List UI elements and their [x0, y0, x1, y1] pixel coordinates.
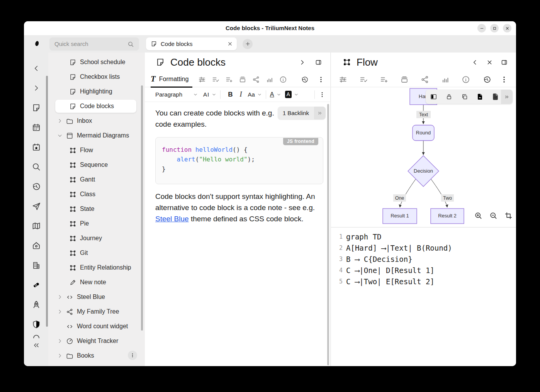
tab-inherited-attributes[interactable] [225, 76, 233, 83]
tab-note-map[interactable] [441, 75, 450, 84]
recent-changes-button[interactable] [30, 182, 43, 192]
search-input[interactable] [49, 37, 139, 51]
tree-scrollbar[interactable] [141, 85, 143, 331]
chevron-right-icon[interactable] [57, 294, 63, 300]
close-pane-button[interactable] [484, 56, 495, 68]
inbox-send-button[interactable] [30, 201, 43, 211]
rocket-button[interactable] [30, 300, 43, 310]
tree-item-statistics[interactable]: Statistics [48, 363, 145, 366]
tree-item-gantt[interactable]: Gantt [48, 172, 145, 187]
tab-basic-properties[interactable] [339, 75, 347, 84]
tab-close-icon[interactable] [227, 41, 233, 47]
tab-owned-attributes[interactable] [212, 76, 219, 83]
background-color-dropdown[interactable]: A [285, 91, 299, 98]
tree-item-weight-tracker[interactable]: Weight Tracker [48, 334, 145, 348]
tab-note-map[interactable] [266, 76, 273, 83]
export-image-button[interactable] [472, 90, 487, 104]
tree-item-journey[interactable]: Journey [48, 231, 145, 246]
tree-item-class[interactable]: Class [48, 187, 145, 202]
mermaid-diagram[interactable]: Text One Two Hard Round [331, 87, 516, 227]
map-button[interactable] [30, 221, 43, 231]
tab-note-paths[interactable] [252, 76, 260, 83]
toolbar-more-button[interactable] [501, 90, 513, 104]
new-note-button[interactable] [30, 103, 43, 113]
export-png-button[interactable]: PNG [487, 90, 503, 104]
new-tab-button[interactable] [243, 39, 253, 49]
tree-item-pie[interactable]: Pie [48, 216, 145, 231]
tab-code-blocks[interactable]: Code blocks [146, 37, 237, 50]
tree-item-git[interactable]: Git [48, 246, 145, 260]
tab-basic-properties[interactable] [198, 76, 206, 83]
search-button[interactable] [30, 162, 43, 172]
shield-button[interactable] [30, 319, 43, 329]
home-button[interactable] [30, 241, 43, 251]
bold-button[interactable]: B [228, 91, 233, 98]
trilium-logo[interactable] [30, 39, 43, 54]
note-title[interactable]: Flow [357, 56, 469, 68]
chevron-right-icon[interactable] [57, 309, 63, 314]
note-title[interactable]: Code blocks [170, 56, 296, 68]
tree-item-checkbox-lists[interactable]: Checkbox lists [48, 70, 145, 84]
tree-item-school-schedule[interactable]: School schedule [48, 55, 145, 70]
minimize-button[interactable] [477, 24, 486, 32]
calendar-button[interactable] [30, 122, 43, 132]
close-button[interactable] [503, 24, 511, 32]
expand-pane-button[interactable] [296, 56, 308, 68]
tree-item-flow[interactable]: Flow [48, 143, 145, 158]
split-pane-button[interactable] [312, 56, 324, 68]
zoom-out-button[interactable] [489, 211, 498, 220]
toolbar-more-button[interactable] [319, 91, 326, 98]
note-actions-button[interactable] [317, 76, 325, 83]
font-color-dropdown[interactable]: A [270, 91, 281, 98]
mermaid-source-editor[interactable]: 1graph TD 2A[Hard] ⟶|Text| B(Round) 3B ⟶… [331, 227, 516, 366]
clipped-launcher-button[interactable] [30, 334, 43, 340]
calendar-star-button[interactable] [30, 142, 43, 152]
toggle-editor-button[interactable] [426, 90, 441, 104]
chevron-down-icon[interactable] [57, 133, 63, 138]
tree-item-code-blocks[interactable]: Code blocks [55, 100, 136, 113]
note-revisions-button[interactable] [483, 75, 491, 84]
history-back-button[interactable] [30, 63, 43, 73]
font-size-dropdown[interactable]: AI [203, 91, 216, 98]
note-actions-button[interactable] [500, 75, 508, 84]
text-case-dropdown[interactable]: Aa [248, 91, 262, 98]
tab-note-info[interactable] [462, 75, 470, 84]
lock-button[interactable] [441, 90, 457, 104]
backlink-button[interactable]: 1 Backlink [278, 107, 326, 119]
collapse-launcher-button[interactable] [30, 340, 43, 350]
building-button[interactable] [30, 260, 43, 270]
tree-item-word-count-widget[interactable]: Word count widget [48, 319, 145, 334]
reset-zoom-button[interactable] [504, 211, 513, 220]
paragraph-style-dropdown[interactable]: Paragraph [155, 91, 198, 98]
tree-item-sequence[interactable]: Sequence [48, 158, 145, 172]
tree-item-my-family-tree[interactable]: My Family Tree [48, 304, 145, 319]
backlink-expand[interactable] [314, 107, 326, 119]
tree-item-new-note[interactable]: New note [48, 275, 145, 290]
tree-item-steel-blue[interactable]: Steel Blue [48, 290, 145, 304]
tab-note-paths[interactable] [421, 75, 429, 84]
zoom-in-button[interactable] [474, 211, 483, 220]
tab-note-info[interactable] [279, 76, 287, 83]
tree-item-highlighting[interactable]: Highlighting [48, 84, 145, 99]
chevron-right-icon[interactable] [57, 118, 63, 124]
copy-button[interactable] [457, 90, 472, 104]
tree-options-button[interactable] [128, 351, 137, 360]
tab-inherited-attributes[interactable] [380, 75, 388, 84]
italic-button[interactable]: I [239, 90, 242, 98]
tab-book-properties[interactable] [239, 76, 246, 83]
chevron-right-icon[interactable] [57, 338, 63, 344]
launcher-scrollbar[interactable] [46, 76, 48, 327]
tree-item-inbox[interactable]: Inbox [48, 114, 145, 128]
editor-scrollbar[interactable] [327, 104, 329, 365]
tab-formatting[interactable]: T Formatting [151, 71, 192, 88]
history-forward-button[interactable] [30, 83, 43, 93]
tree-item-entity-relationship[interactable]: Entity Relationship [48, 260, 145, 275]
split-pane-button[interactable] [498, 56, 510, 68]
maximize-button[interactable] [490, 24, 499, 32]
editor-content[interactable]: You can create code blocks with e.g. cod… [145, 102, 330, 366]
brush-button[interactable] [30, 280, 43, 290]
chevron-right-icon[interactable] [57, 353, 63, 358]
tab-book-properties[interactable] [400, 75, 409, 84]
tree-item-state[interactable]: State [48, 202, 145, 216]
tab-owned-attributes[interactable] [359, 75, 368, 84]
